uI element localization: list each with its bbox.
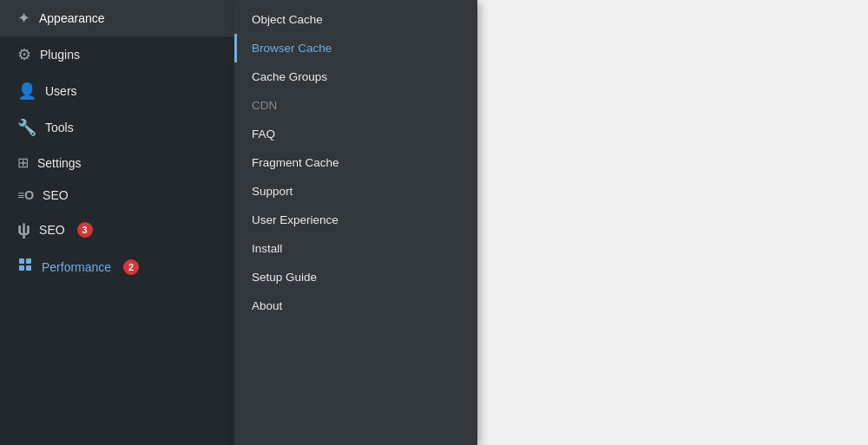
sidebar-item-seo1[interactable]: ≡O SEO — [0, 180, 234, 211]
svg-rect-3 — [26, 265, 31, 271]
seo2-badge: 3 — [77, 222, 93, 238]
plugins-icon: ⚙ — [17, 45, 31, 64]
seo1-icon: ≡O — [17, 188, 34, 202]
sidebar-item-seo2[interactable]: ψ SEO 3 — [0, 211, 234, 248]
sidebar-item-settings-label: Settings — [37, 156, 82, 170]
svg-rect-2 — [19, 265, 24, 271]
sidebar-item-users-label: Users — [45, 84, 77, 98]
appearance-icon: ✦ — [17, 9, 30, 28]
seo2-icon: ψ — [17, 219, 30, 239]
sidebar-item-users[interactable]: 👤 Users — [0, 73, 234, 109]
sidebar-item-settings[interactable]: ⊞ Settings — [0, 146, 234, 180]
sidebar: ✦ Appearance ⚙ Plugins 👤 Users 🔧 Tools ⊞… — [0, 0, 234, 445]
sidebar-item-performance-label: Performance — [42, 260, 111, 274]
sidebar-item-tools-label: Tools — [45, 121, 74, 134]
dropdown-item-support[interactable]: Support — [234, 177, 477, 206]
sidebar-item-appearance-label: Appearance — [39, 11, 105, 25]
sidebar-item-plugins[interactable]: ⚙ Plugins — [0, 36, 234, 73]
performance-icon — [17, 257, 33, 277]
svg-rect-1 — [26, 258, 31, 264]
performance-badge: 2 — [123, 259, 139, 275]
dropdown-item-about[interactable]: About — [234, 291, 477, 320]
svg-rect-0 — [19, 258, 24, 264]
sidebar-item-plugins-label: Plugins — [40, 48, 80, 62]
dropdown-item-object-cache[interactable]: Object Cache — [234, 5, 477, 34]
sidebar-item-appearance[interactable]: ✦ Appearance — [0, 0, 234, 36]
sidebar-item-tools[interactable]: 🔧 Tools — [0, 109, 234, 146]
dropdown-item-install[interactable]: Install — [234, 234, 477, 263]
sidebar-item-performance[interactable]: Performance 2 — [0, 248, 234, 285]
dropdown-item-cdn[interactable]: CDN — [234, 91, 477, 120]
dropdown-item-user-experience[interactable]: User Experience — [234, 206, 477, 234]
tools-icon: 🔧 — [17, 118, 36, 137]
sidebar-item-seo2-label: SEO — [39, 223, 65, 237]
sidebar-item-seo1-label: SEO — [43, 188, 69, 202]
dropdown-item-faq[interactable]: FAQ — [234, 120, 477, 148]
users-icon: 👤 — [17, 82, 36, 101]
performance-dropdown: Object Cache Browser Cache Cache Groups … — [234, 0, 477, 445]
dropdown-item-setup-guide[interactable]: Setup Guide — [234, 263, 477, 291]
dropdown-item-browser-cache[interactable]: Browser Cache — [234, 34, 477, 62]
settings-icon: ⊞ — [17, 154, 29, 171]
dropdown-item-fragment-cache[interactable]: Fragment Cache — [234, 148, 477, 177]
dropdown-item-cache-groups[interactable]: Cache Groups — [234, 62, 477, 91]
